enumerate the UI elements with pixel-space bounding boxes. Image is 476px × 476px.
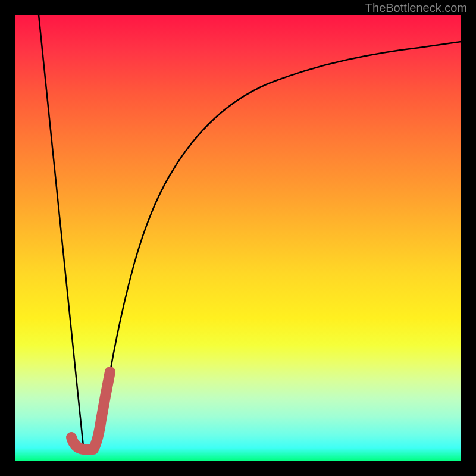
chart-svg — [15, 15, 461, 461]
right-ascending-curve — [95, 42, 461, 446]
watermark-text: TheBottleneck.com — [365, 1, 467, 15]
chart-plot-area — [15, 15, 461, 461]
left-descent-line — [39, 15, 83, 446]
